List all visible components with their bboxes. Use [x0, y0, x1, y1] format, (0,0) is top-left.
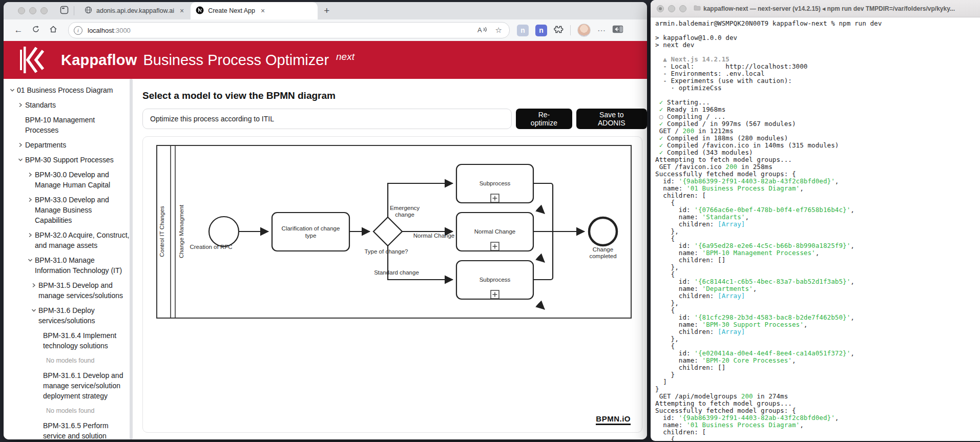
new-tab-button[interactable]: + — [324, 5, 329, 16]
zoom-window-button[interactable] — [679, 5, 686, 12]
sidebar-item[interactable]: BPM-33.0 Develop and Manage Business Cap… — [4, 195, 130, 225]
chevron-right-icon[interactable] — [18, 100, 25, 110]
sidebar-item[interactable]: BPM-31.6.1 Develop and manage service/so… — [4, 370, 130, 401]
terminal-line: name: '01 Business Process Diagram', — [655, 422, 980, 429]
home-button[interactable] — [45, 25, 62, 36]
address-bar[interactable]: i localhost:3000 A ☆ — [68, 22, 510, 38]
minimize-window-button[interactable] — [29, 7, 36, 14]
sidebar-item[interactable]: BPM-30.0 Develop and Manage Human Capita… — [4, 170, 130, 190]
bpmn-flow-edge — [538, 208, 545, 214]
extensions-puzzle-icon[interactable] — [554, 25, 564, 36]
sidebar-item-label: BPM-32.0 Acquire, Construct, and manage … — [35, 231, 129, 249]
tab-bar: adonis.api.dev.kappaflow.ai × Create Nex… — [4, 2, 647, 19]
sidebar-item-label: BPM-33.0 Develop and Manage Business Cap… — [35, 196, 109, 224]
sidebar-item[interactable]: BPM-10 Management Processes — [4, 115, 130, 135]
sidebar-item[interactable]: BPM-32.0 Acquire, Construct, and manage … — [4, 230, 130, 250]
extension-n-blue-icon[interactable]: n — [535, 25, 547, 36]
zoom-window-button[interactable] — [40, 7, 48, 14]
bpmn-flow-edge — [533, 183, 553, 231]
chevron-right-icon[interactable] — [28, 170, 35, 180]
subprocess-expand-icon[interactable] — [491, 290, 499, 299]
terminal-line: id: '{9ab86399-2f91-4403-82ab-43f2c8bfd0… — [655, 178, 980, 185]
chevron-down-icon[interactable] — [31, 305, 38, 315]
edge-label: Normal Change — [413, 233, 455, 239]
more-menu-icon[interactable]: ⋯ — [597, 26, 606, 35]
reoptimize-button[interactable]: Re-optimize — [516, 109, 572, 129]
terminal-line: id: '{9ab86399-2f91-4403-82ab-43f2c8bfd0… — [655, 414, 980, 422]
optimize-prompt-input[interactable] — [142, 109, 512, 129]
terminal-line: ✓ Compiled in 188ms (280 modules) — [655, 135, 980, 142]
sidebar-item[interactable]: BPM-31.6 Deploy services/solutions — [4, 305, 130, 326]
url-text[interactable]: localhost:3000 — [88, 27, 477, 34]
sidebar-item[interactable]: 01 Business Process Diagram — [4, 85, 130, 95]
terminal-line: children: [ — [655, 192, 980, 199]
chevron-down-icon[interactable] — [28, 255, 35, 265]
terminal-line: name: 'Standarts', — [655, 214, 980, 221]
bpmn-diagram-card: Control IT ChangesChange ManagmentEmerge… — [142, 136, 642, 433]
terminal-line: ✓ Ready in 1968ms — [655, 106, 980, 113]
terminal-title-bar: kappaflow-next — next-server (v14.2.15) … — [651, 0, 980, 17]
profile-avatar[interactable] — [577, 24, 591, 37]
terminal-output[interactable]: armin.baldemair@WSMPQK20N00T9 kappaflow-… — [651, 17, 980, 441]
terminal-line: GET /favicon.ico 200 in 258ms — [655, 163, 980, 171]
start-event[interactable]: Creation of RFC — [190, 217, 239, 250]
terminal-line: - Experiments (use with caution): — [655, 77, 980, 85]
task-clarification[interactable]: Clarification of changetype — [272, 213, 349, 251]
terminal-line: · optimizeCss — [655, 85, 980, 92]
subprocess-expand-icon[interactable] — [491, 194, 499, 202]
close-window-button[interactable] — [18, 7, 25, 14]
edge-label: change — [395, 212, 414, 218]
close-window-button[interactable] — [657, 5, 664, 12]
save-to-adonis-button[interactable]: Save to ADONIS — [576, 109, 647, 129]
gateway-type-of-change[interactable]: Type of change? — [364, 217, 408, 255]
bpmn-canvas[interactable]: Control IT ChangesChange ManagmentEmerge… — [156, 145, 632, 321]
tab-create-next-app[interactable]: Create Next App × — [191, 2, 318, 19]
read-aloud-icon[interactable]: A — [477, 26, 488, 35]
folder-icon — [694, 5, 701, 12]
site-info-icon[interactable]: i — [74, 26, 82, 35]
terminal-line: Attempting to fetch model groups... — [655, 400, 980, 407]
subprocess-emergency[interactable]: Subprocess — [456, 164, 533, 203]
minimize-window-button[interactable] — [668, 5, 675, 12]
subprocess-expand-icon[interactable] — [491, 242, 499, 250]
sidebar-item[interactable]: BPM-31.5 Develop and manage services/sol… — [4, 280, 130, 301]
subprocess-standard[interactable]: Subprocess — [456, 261, 533, 299]
sidebar-item[interactable]: BPM-31.6.4 Implement technology solution… — [4, 330, 130, 351]
chevron-right-icon[interactable] — [18, 140, 25, 150]
chevron-right-icon[interactable] — [31, 280, 38, 290]
close-tab-icon[interactable]: × — [178, 7, 185, 15]
main-panel: Select a model to view the BPMN diagram … — [133, 79, 647, 439]
close-tab-icon[interactable]: × — [259, 7, 266, 15]
reload-button[interactable] — [27, 25, 45, 36]
sidebar-item[interactable]: BPM-30 Support Processes — [4, 155, 130, 165]
sidebar-item[interactable]: Departments — [4, 140, 130, 150]
tab-overview-icon[interactable] — [60, 6, 69, 16]
end-event[interactable]: Changecompleted — [589, 218, 617, 259]
sidebar-item[interactable]: BPM-31.0 Manage Information Technology (… — [4, 255, 130, 276]
back-button[interactable]: ← — [10, 25, 27, 35]
favorites-star-icon[interactable]: ☆ — [495, 26, 502, 35]
svg-text:Subprocess: Subprocess — [479, 180, 511, 186]
sidebar-item[interactable]: BPM-31.6.5 Perform service and solution — [4, 420, 130, 439]
terminal-line: ] — [655, 378, 980, 386]
sidebar-item[interactable]: Standarts — [4, 100, 130, 110]
svg-text:Change: Change — [593, 246, 613, 252]
subprocess-normal[interactable]: Normal Change — [456, 213, 533, 251]
svg-text:type: type — [305, 233, 317, 239]
chevron-down-icon[interactable] — [18, 155, 25, 165]
terminal-line: ○ Compiling / ... — [655, 113, 980, 120]
chevron-right-icon[interactable] — [28, 195, 35, 205]
chevron-right-icon[interactable] — [28, 230, 35, 240]
browser-toolbar: ← i localhost:3000 A ☆ n n ⋯ — [4, 19, 647, 41]
globe-icon — [85, 6, 92, 15]
window-controls — [18, 7, 52, 14]
terminal-line — [655, 92, 980, 99]
page-title: Select a model to view the BPMN diagram — [142, 90, 647, 101]
chevron-down-icon[interactable] — [10, 85, 17, 95]
extension-n-light-icon[interactable]: n — [517, 25, 529, 36]
sidebar-panel-icon[interactable] — [612, 25, 623, 35]
terminal-line: > next dev — [655, 41, 980, 49]
tab-adonis[interactable]: adonis.api.dev.kappaflow.ai × — [79, 2, 191, 19]
browser-window: adonis.api.dev.kappaflow.ai × Create Nex… — [4, 2, 647, 439]
terminal-line: children: [Array] — [655, 328, 980, 335]
